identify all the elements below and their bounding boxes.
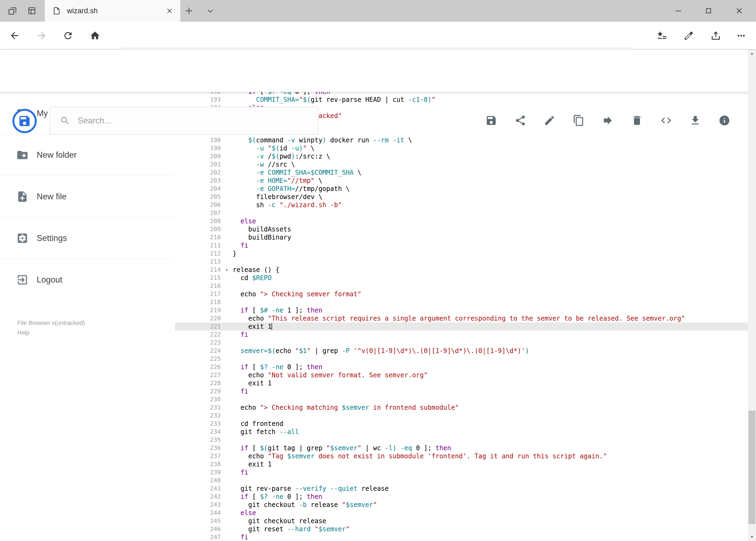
code-line-234[interactable]: 234 git fetch --all <box>175 428 748 436</box>
code-line-212[interactable]: 212} <box>175 250 748 258</box>
code-line-224[interactable]: 224 semver=$(echo "$1" | grep -P '^v(0|[… <box>175 347 748 355</box>
code-line-205[interactable]: 205 filebrowser/dev \ <box>175 193 748 201</box>
window-minimize-button[interactable] <box>667 0 690 22</box>
page-scrollbar[interactable] <box>748 50 756 541</box>
tab-preview-icon[interactable] <box>27 6 37 16</box>
code-line-204[interactable]: 204 -e GOPATH=//tmp/gopath \ <box>175 185 748 193</box>
filebrowser-logo[interactable] <box>12 109 37 133</box>
download-button[interactable] <box>689 115 701 126</box>
code-line-240[interactable]: 240 <box>175 476 748 485</box>
window-close-button[interactable] <box>728 0 751 22</box>
code-line-210[interactable]: 210 buildBinary <box>175 234 748 242</box>
sidebar-item-logout[interactable]: Logout <box>0 259 175 300</box>
code-line-192[interactable]: 192 if [ $? -eq 0 ]; then <box>175 92 748 96</box>
code-line-203[interactable]: 203 -e HOME="//tmp" \ <box>175 177 748 185</box>
code-line-243[interactable]: 243 git checkout -b release "$semver" <box>175 501 748 509</box>
code-line-222[interactable]: 222 fi <box>175 330 748 339</box>
code-line-221[interactable]: 221 exit 1 <box>175 322 748 330</box>
home-button[interactable] <box>90 30 101 41</box>
code-line-236[interactable]: 236 if [ $(git tag | grep "$semver" | wc… <box>175 444 748 452</box>
code-line-209[interactable]: 209 buildAssets <box>175 225 748 234</box>
code-line-227[interactable]: 227 echo "Not valid semver format. See s… <box>175 371 748 379</box>
code-line-213[interactable]: 213 <box>175 258 748 266</box>
code-line-214[interactable]: 214▾release () { <box>175 266 748 274</box>
code-line-237[interactable]: 237 echo "Tag $semver does not exist in … <box>175 452 748 460</box>
hub-favorites-icon[interactable] <box>656 30 667 41</box>
scroll-up-arrow[interactable] <box>748 50 756 58</box>
code-line-239[interactable]: 239 fi <box>175 468 748 476</box>
tab-list-chevron-icon[interactable] <box>206 6 215 16</box>
code-line-233[interactable]: 233 cd frontend <box>175 420 748 428</box>
code-line-201[interactable]: 201 -w //src \ <box>175 161 748 169</box>
code-line-219[interactable]: 219 if [ $# -ne 1 ]; then <box>175 306 748 314</box>
fold-marker-icon[interactable]: ▾ <box>221 266 233 274</box>
code-line-246[interactable]: 246 git reset --hard "$semver" <box>175 525 748 533</box>
scrollbar-thumb[interactable] <box>748 410 755 524</box>
code-line-226[interactable]: 226 if [ $? -ne 0 ]; then <box>175 363 748 371</box>
code-line-215[interactable]: 215 cd $REPO <box>175 274 748 282</box>
code-text: fi <box>233 387 248 395</box>
edit-button[interactable] <box>544 115 556 126</box>
code-editor[interactable]: 192 if [ $? -eq 0 ]; then193 COMMIT_SHA=… <box>175 92 748 541</box>
forward-button[interactable] <box>36 30 47 41</box>
refresh-button[interactable] <box>63 30 74 41</box>
code-line-247[interactable]: 247 fi <box>175 533 748 541</box>
scroll-down-arrow[interactable] <box>748 533 756 541</box>
gutter-spacer <box>221 193 233 201</box>
code-line-220[interactable]: 220 echo "This release script requires a… <box>175 314 748 322</box>
delete-button[interactable] <box>631 115 643 126</box>
code-line-225[interactable]: 225 <box>175 355 748 363</box>
gutter-spacer <box>221 290 233 298</box>
line-number: 235 <box>175 436 221 444</box>
info-button[interactable] <box>718 115 730 126</box>
code-line-242[interactable]: 242 if [ $? -ne 0 ]; then <box>175 493 748 501</box>
set-aside-tabs-icon[interactable] <box>8 6 17 16</box>
code-line-228[interactable]: 228 exit 1 <box>175 379 748 387</box>
code-line-245[interactable]: 245 git checkout release <box>175 517 748 525</box>
code-text: git checkout release <box>233 517 326 525</box>
sidebar-item-new-file[interactable]: New file <box>0 176 175 217</box>
tab-close-icon[interactable] <box>166 7 173 15</box>
code-line-218[interactable]: 218 <box>175 298 748 306</box>
move-button[interactable] <box>602 115 614 126</box>
code-line-244[interactable]: 244 else <box>175 509 748 517</box>
help-link[interactable]: Help <box>17 328 85 337</box>
share-page-icon[interactable] <box>710 30 721 41</box>
code-line-229[interactable]: 229 fi <box>175 387 748 395</box>
code-line-199[interactable]: 199 -u "$(id -u)" \ <box>175 144 748 152</box>
code-line-216[interactable]: 216 <box>175 282 748 290</box>
code-line-231[interactable]: 231 echo "> Checking matching $semver in… <box>175 403 748 412</box>
new-tab-button[interactable] <box>184 6 194 16</box>
browser-tab[interactable]: wizard.sh <box>45 0 180 22</box>
code-line-223[interactable]: 223 <box>175 339 748 347</box>
code-line-232[interactable]: 232 <box>175 412 748 420</box>
web-notes-icon[interactable] <box>683 30 694 41</box>
code-line-200[interactable]: 200 -v /$(pwd):/src:z \ <box>175 152 748 161</box>
code-line-193[interactable]: 193 COMMIT_SHA="$(git rev-parse HEAD | c… <box>175 96 748 104</box>
code-text: -e HOME="//tmp" \ <box>233 177 322 185</box>
search-input[interactable] <box>78 116 318 126</box>
window-maximize-button[interactable] <box>697 0 720 22</box>
line-number: 224 <box>175 347 221 355</box>
raw-code-button[interactable] <box>660 115 672 126</box>
code-line-207[interactable]: 207 <box>175 209 748 217</box>
back-button[interactable] <box>9 30 20 41</box>
code-line-206[interactable]: 206 sh -c "./wizard.sh -b" <box>175 201 748 209</box>
share-button[interactable] <box>514 115 526 126</box>
code-line-208[interactable]: 208 else <box>175 217 748 225</box>
code-line-202[interactable]: 202 -e COMMIT_SHA=$COMMIT_SHA \ <box>175 169 748 177</box>
save-button[interactable] <box>485 115 497 126</box>
code-line-217[interactable]: 217 echo "> Checking semver format" <box>175 290 748 298</box>
code-line-235[interactable]: 235 <box>175 436 748 444</box>
sidebar-item-new-folder[interactable]: New folder <box>0 134 175 176</box>
code-line-198[interactable]: 198 $(command -v winpty) docker run --rm… <box>175 136 748 144</box>
copy-button[interactable] <box>573 115 585 126</box>
code-line-211[interactable]: 211 fi <box>175 242 748 250</box>
more-menu-icon[interactable] <box>736 30 747 41</box>
code-line-230[interactable]: 230 <box>175 395 748 403</box>
code-line-238[interactable]: 238 exit 1 <box>175 460 748 468</box>
sidebar-item-settings[interactable]: Settings <box>0 218 175 259</box>
code-line-241[interactable]: 241 git rev-parse --verify --quiet relea… <box>175 485 748 493</box>
search-box[interactable] <box>50 107 319 135</box>
sidebar-item-label: Logout <box>37 275 62 285</box>
